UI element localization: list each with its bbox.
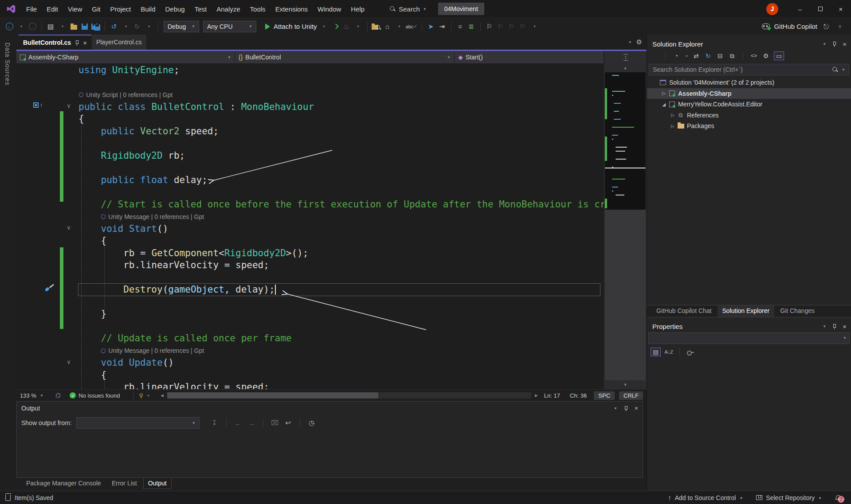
undo-button[interactable]: ↺ <box>109 21 119 32</box>
collapse-all-icon[interactable]: ⊟ <box>716 52 724 59</box>
sync-with-active-document-icon[interactable]: ⇄ <box>692 52 700 59</box>
type-dropdown[interactable]: {} BulletControl ▼ <box>235 51 455 63</box>
close-icon[interactable]: × <box>843 40 847 48</box>
tree-item-merryyellow-codeassist-editor[interactable]: ◢MerryYellow.CodeAssist.Editor <box>647 99 851 110</box>
refresh-icon[interactable]: ↻ <box>704 52 712 59</box>
tab-output[interactable]: Output <box>143 478 172 489</box>
pin-icon[interactable] <box>75 40 79 46</box>
horizontal-scrollbar[interactable] <box>167 392 531 399</box>
editor-vertical-scrollbar[interactable]: ▲ ▼ <box>604 63 647 389</box>
previous-bookmark-button[interactable]: ⚐ <box>496 21 506 32</box>
expand-chevron[interactable]: ◢ <box>660 102 667 107</box>
menu-help[interactable]: Help <box>346 0 369 18</box>
hot-reload-button[interactable]: ♨ <box>341 21 351 32</box>
previous-message-icon[interactable]: ← <box>234 419 243 427</box>
properties-object-dropdown[interactable]: ▼ <box>648 332 850 344</box>
start-debug-button[interactable] <box>263 21 272 32</box>
tree-item-packages[interactable]: ▷Packages <box>647 121 851 132</box>
navigate-back-dropdown[interactable]: ▼ <box>16 21 26 32</box>
tab-bulletcontrol[interactable]: BulletControl.cs × <box>19 35 91 50</box>
redo-button[interactable]: ↻ <box>132 21 142 32</box>
pending-changes-filter-icon[interactable]: ◔ <box>672 52 680 59</box>
tree-item-references[interactable]: ▷⧉References <box>647 110 851 121</box>
column-indicator[interactable]: Ch: 36 <box>566 392 590 399</box>
menu-build[interactable]: Build <box>136 0 160 18</box>
solution-name-badge[interactable]: 04Moviment <box>438 3 484 15</box>
close-button[interactable]: × <box>831 0 851 18</box>
close-icon[interactable]: × <box>843 323 847 330</box>
attach-target-dropdown[interactable]: ▼ <box>319 21 329 32</box>
scroll-right-button[interactable]: ▶ <box>535 393 538 398</box>
code-surface[interactable]: ∨ ∨ ∨ ↑ <box>16 63 604 389</box>
menu-analyze[interactable]: Analyze <box>212 0 245 18</box>
scroll-down-button[interactable]: ▼ <box>604 380 647 389</box>
share-icon[interactable]: ⎋ <box>821 21 831 32</box>
horizontal-scrollbar-thumb[interactable] <box>167 392 378 399</box>
notifications-bell-button[interactable]: 2 <box>831 495 846 501</box>
line-indicator[interactable]: Ln: 17 <box>541 392 564 399</box>
expand-chevron[interactable]: ▷ <box>669 124 676 129</box>
tab-playercontrol[interactable]: PlayerControl.cs <box>92 35 146 50</box>
menu-extensions[interactable]: Extensions <box>271 0 313 18</box>
timestamp-icon[interactable]: ◷ <box>307 419 316 427</box>
issues-status[interactable]: No issues found <box>78 392 120 399</box>
navigate-forward-button[interactable]: → <box>27 21 37 32</box>
next-bookmark-button[interactable]: ⚐ <box>507 21 517 32</box>
codelens-info[interactable]: ⬡Unity Message | 0 references | Gpt <box>16 345 604 357</box>
view-code-icon[interactable]: <> <box>750 53 758 59</box>
document-well-settings-icon[interactable]: ⚙ <box>636 38 642 46</box>
new-item-button[interactable]: ▤ <box>46 21 55 32</box>
menu-tools[interactable]: Tools <box>245 0 271 18</box>
tree-item-solution-04moviment-2-of-2-pro[interactable]: Solution '04Moviment' (2 of 2 projects) <box>647 77 851 88</box>
undo-dropdown[interactable]: ▼ <box>121 21 131 32</box>
menu-view[interactable]: View <box>63 0 87 18</box>
zoom-dropdown[interactable]: 133 % ▼ <box>17 391 53 400</box>
project-dropdown[interactable]: Assembly-CSharp ▼ <box>16 51 235 63</box>
property-pages-key-icon[interactable] <box>686 348 695 356</box>
notifications-flag-icon[interactable] <box>5 495 11 501</box>
word-wrap-icon[interactable]: ↩ <box>284 419 293 427</box>
menu-debug[interactable]: Debug <box>161 0 190 18</box>
tab-list-dropdown[interactable]: ▼ <box>628 40 632 44</box>
scroll-up-button[interactable]: ▲ <box>604 63 647 72</box>
menu-window[interactable]: Window <box>313 0 346 18</box>
pin-icon[interactable] <box>832 324 837 329</box>
output-source-dropdown[interactable]: ▼ <box>76 417 200 429</box>
menu-file[interactable]: File <box>21 0 42 18</box>
clear-bookmarks-button[interactable]: ⚐ <box>518 21 528 32</box>
increase-indent-button[interactable]: ≣ <box>467 21 476 32</box>
account-icon[interactable]: ⍤ <box>835 21 845 32</box>
spell-check-button[interactable]: abc✓ <box>406 21 418 32</box>
split-window-handle[interactable]: ↕ <box>624 54 628 61</box>
add-to-source-control-button[interactable]: ↑ Add to Source Control ▲ <box>663 494 747 501</box>
minimap-thumb[interactable] <box>605 72 646 210</box>
save-button[interactable] <box>80 21 90 32</box>
redo-dropdown[interactable]: ▼ <box>144 21 154 32</box>
scroll-left-button[interactable]: ◀ <box>161 393 164 398</box>
maximize-button[interactable] <box>810 0 831 18</box>
tab-git-changes[interactable]: Git Changes <box>775 305 820 317</box>
expand-chevron[interactable]: ▷ <box>660 91 667 96</box>
data-sources-collapsed-tab[interactable]: Data Sources <box>4 43 11 86</box>
select-repository-button[interactable]: Select Repository ▲ <box>752 494 826 501</box>
menu-git[interactable]: Git <box>87 0 105 18</box>
toolbar-overflow-dropdown[interactable]: ▼ <box>395 21 404 32</box>
categorized-view-icon[interactable]: ▤ <box>651 348 661 356</box>
clear-all-icon[interactable]: ⌧ <box>271 419 279 427</box>
properties-window-icon[interactable]: ⧉ <box>728 52 736 60</box>
window-position-dropdown[interactable]: ▼ <box>823 324 826 328</box>
spaces-indicator[interactable]: SPC <box>594 391 615 400</box>
expand-chevron[interactable]: ▷ <box>669 113 676 117</box>
navigate-to-cursor-button[interactable]: ➤ <box>426 21 436 32</box>
next-message-icon[interactable]: → <box>247 419 256 427</box>
navigate-back-button[interactable]: ← <box>4 21 14 32</box>
decrease-indent-button[interactable]: ≡ <box>455 21 465 32</box>
attach-to-unity-label[interactable]: Attach to Unity <box>274 21 317 32</box>
menu-project[interactable]: Project <box>105 0 136 18</box>
tree-item-assembly-csharp[interactable]: ▷Assembly-CSharp <box>647 88 851 99</box>
minimize-button[interactable]: – <box>790 0 810 18</box>
tab-solution-explorer[interactable]: Solution Explorer <box>718 305 775 317</box>
preview-selected-items-icon[interactable]: ▭ <box>774 51 784 60</box>
hot-reload-dropdown[interactable]: ▼ <box>353 21 363 32</box>
tab-error-list[interactable]: Error List <box>107 478 141 488</box>
